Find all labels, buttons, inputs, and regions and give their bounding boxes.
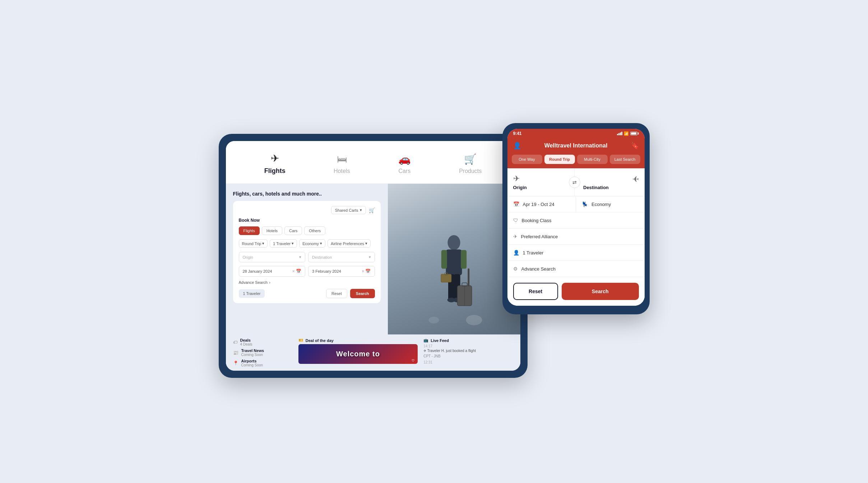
travelers-row[interactable]: 👤 1 Traveler bbox=[507, 245, 645, 261]
travel-news-item[interactable]: 📰 Travel News Coming Soon bbox=[233, 348, 293, 357]
preferred-alliance-row[interactable]: ✈ Preferred Alliance bbox=[507, 229, 645, 245]
cars-icon: 🚗 bbox=[398, 153, 411, 165]
bookmark-icon[interactable]: 🔖 bbox=[631, 142, 639, 150]
date-from-actions: × 📅 bbox=[292, 269, 301, 274]
deals-item[interactable]: 🏷 Deals 4 Deals bbox=[233, 338, 293, 346]
alliance-plane-icon: ✈ bbox=[513, 234, 517, 239]
date-to-actions: × 📅 bbox=[362, 269, 371, 274]
trip-tab-last[interactable]: Last Search bbox=[610, 155, 640, 164]
trip-type-bar: One Way Round Trip Multi-City Last Searc… bbox=[507, 155, 645, 168]
deals-count: 4 Deals bbox=[240, 342, 252, 346]
origin-dest-row: Origin ▾ Destination ▾ bbox=[239, 252, 375, 262]
origin-placeholder: Origin bbox=[243, 255, 253, 259]
options-row: Round Trip ▾ 1 Traveler ▾ Economy ▾ Airl… bbox=[239, 239, 375, 248]
tab-hotels[interactable]: 🛏 Hotels bbox=[325, 150, 358, 177]
traveler-select[interactable]: 1 Traveler ▾ bbox=[270, 239, 297, 248]
airports-sub: Coming Soon bbox=[241, 363, 263, 367]
svg-rect-2 bbox=[441, 250, 447, 269]
travel-news-sub: Coming Soon bbox=[241, 353, 264, 357]
dates-row: 28 January 2024 × 📅 3 February 2024 × 📅 bbox=[239, 266, 375, 277]
airports-title: Airports bbox=[241, 359, 263, 363]
travelers-value: 1 Traveler bbox=[523, 250, 544, 255]
date-from-value: 28 January 2024 bbox=[243, 269, 272, 273]
feed-time-2: 12:31 bbox=[423, 360, 513, 364]
deal-heart-icon: ♡ bbox=[412, 359, 415, 362]
reset-button[interactable]: Reset bbox=[326, 289, 347, 298]
booking-class-label: Booking Class bbox=[522, 218, 552, 223]
status-bar: 9:41 📶 bbox=[507, 129, 645, 138]
airports-item[interactable]: 📍 Airports Coming Soon bbox=[233, 359, 293, 367]
type-tab-hotels[interactable]: Hotels bbox=[262, 226, 282, 235]
dates-field-mobile[interactable]: 📅 Apr 19 - Oct 24 bbox=[507, 196, 576, 212]
tab-flights-label: Flights bbox=[264, 167, 286, 175]
feed-entry-1: ✈ Traveler H. just booked a flight bbox=[423, 349, 513, 353]
svg-rect-11 bbox=[468, 268, 469, 286]
date-from-field[interactable]: 28 January 2024 × 📅 bbox=[239, 266, 306, 277]
type-tab-cars[interactable]: Cars bbox=[284, 226, 302, 235]
status-icons: 📶 bbox=[617, 131, 639, 136]
type-tab-flights[interactable]: Flights bbox=[239, 226, 260, 235]
action-btns: Reset Search bbox=[326, 289, 375, 298]
nav-tabs-row: ✈ Flights 🛏 Hotels 🚗 Cars 🛒 Products bbox=[226, 141, 520, 184]
traveler-badge: 1 Traveler bbox=[239, 289, 265, 298]
origin-dest-mobile: ✈ Origin ⇄ ✈ Destination bbox=[507, 168, 645, 196]
deals-text: Deals 4 Deals bbox=[240, 338, 252, 346]
cabin-select[interactable]: Economy ▾ bbox=[299, 239, 325, 248]
search-panel: Flights, cars, hotels and much more.. Sh… bbox=[226, 184, 388, 334]
origin-col[interactable]: ✈ Origin bbox=[507, 168, 575, 196]
booking-class-field: 🛡 Booking Class bbox=[507, 212, 645, 228]
deal-of-day-header: 🎫 Deal of the day bbox=[298, 338, 418, 343]
destination-chevron: ▾ bbox=[369, 255, 371, 259]
search-button[interactable]: Search bbox=[350, 289, 375, 298]
tab-products-label: Products bbox=[459, 168, 482, 174]
origin-field[interactable]: Origin ▾ bbox=[239, 252, 306, 262]
tagline: Flights, cars, hotels and much more.. bbox=[233, 191, 381, 197]
hero-figure bbox=[388, 184, 520, 334]
destination-field[interactable]: Destination ▾ bbox=[308, 252, 375, 262]
status-time: 9:41 bbox=[513, 131, 522, 136]
tab-flights[interactable]: ✈ Flights bbox=[256, 150, 294, 178]
search-button-mobile[interactable]: Search bbox=[562, 283, 639, 300]
airline-pref-select[interactable]: Airline Preferences ▾ bbox=[328, 239, 371, 248]
trip-tab-multi[interactable]: Multi-City bbox=[577, 155, 608, 164]
deal-image-text: Welcome to bbox=[336, 350, 380, 358]
advance-search-link[interactable]: Advance Search › bbox=[239, 280, 375, 285]
cabin-value: Economy bbox=[591, 202, 611, 207]
reset-button-mobile[interactable]: Reset bbox=[513, 283, 558, 300]
hero-image-area bbox=[388, 184, 520, 334]
tab-cars-label: Cars bbox=[398, 168, 410, 174]
mobile-bottom-btns: Reset Search bbox=[507, 277, 645, 306]
hotels-icon: 🛏 bbox=[337, 153, 347, 165]
trip-tab-round[interactable]: Round Trip bbox=[544, 155, 575, 164]
swap-button[interactable]: ⇄ bbox=[569, 177, 580, 188]
tab-cars[interactable]: 🚗 Cars bbox=[390, 150, 419, 177]
preferred-alliance-field: ✈ Preferred Alliance bbox=[507, 229, 645, 244]
flights-icon: ✈ bbox=[271, 153, 279, 164]
shared-carts-label: Shared Carts bbox=[335, 208, 358, 212]
shield-icon: 🛡 bbox=[513, 217, 518, 223]
filter-icon: ⚙ bbox=[513, 266, 518, 272]
date-to-field[interactable]: 3 February 2024 × 📅 bbox=[308, 266, 375, 277]
deal-of-day: 🎫 Deal of the day Welcome to ♡ bbox=[298, 338, 418, 367]
profile-icon[interactable]: 👤 bbox=[513, 142, 521, 150]
dest-col[interactable]: ✈ Destination bbox=[575, 168, 645, 196]
dates-cabin-row: 📅 Apr 19 - Oct 24 💺 Economy bbox=[507, 196, 645, 212]
shared-carts-button[interactable]: Shared Carts ▾ bbox=[331, 206, 366, 214]
date-to-value: 3 February 2024 bbox=[312, 269, 341, 273]
tab-products[interactable]: 🛒 Products bbox=[450, 150, 490, 177]
cabin-field-mobile[interactable]: 💺 Economy bbox=[576, 196, 645, 212]
deals-section: 🏷 Deals 4 Deals 📰 Travel News Coming Soo… bbox=[233, 338, 293, 367]
round-trip-select[interactable]: Round Trip ▾ bbox=[239, 239, 268, 248]
trip-tab-one-way[interactable]: One Way bbox=[512, 155, 542, 164]
bottom-strip: 🏷 Deals 4 Deals 📰 Travel News Coming Soo… bbox=[226, 334, 520, 371]
svg-point-14 bbox=[466, 315, 482, 325]
booking-class-row[interactable]: 🛡 Booking Class bbox=[507, 212, 645, 229]
desktop-card: ✈ Flights 🛏 Hotels 🚗 Cars 🛒 Products bbox=[219, 134, 528, 378]
type-tab-others[interactable]: Others bbox=[304, 226, 325, 235]
advance-search-row[interactable]: ⚙ Advance Search bbox=[507, 261, 645, 277]
mobile-card: 9:41 📶 bbox=[502, 123, 650, 314]
tab-hotels-label: Hotels bbox=[334, 168, 350, 174]
travelers-field: 👤 1 Traveler bbox=[507, 245, 645, 261]
dropdown-icon: ▾ bbox=[360, 208, 362, 212]
dates-value: Apr 19 - Oct 24 bbox=[523, 202, 554, 207]
